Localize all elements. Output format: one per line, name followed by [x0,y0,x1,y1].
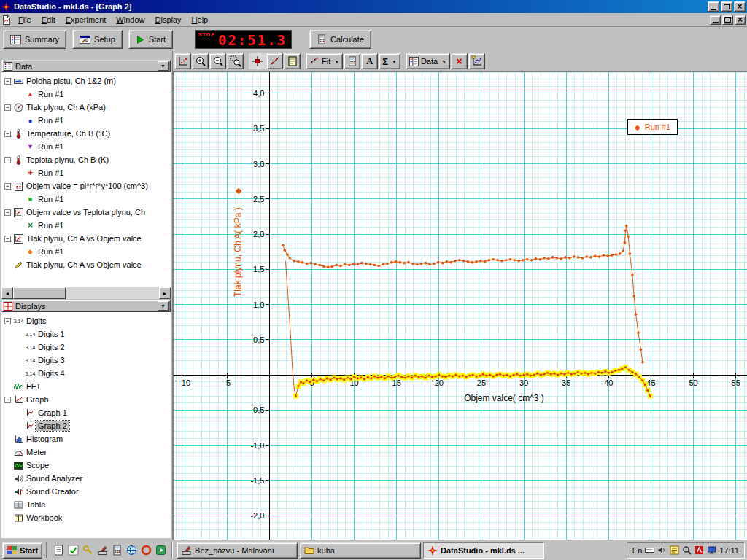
close-button[interactable]: × [734,1,746,12]
collapse-toggle[interactable]: − [4,209,11,216]
quick-launch-notepad-icon[interactable] [51,542,66,559]
tray-volume-icon[interactable] [657,545,667,555]
collapse-toggle[interactable]: − [4,104,11,111]
minimize-button[interactable] [708,1,719,12]
display-tree-item[interactable]: Scope [1,459,171,472]
data-run-item[interactable]: ◆Run #1 [1,245,171,258]
start-menu-button[interactable]: Start [2,542,42,559]
data-run-item[interactable]: +Run #1 [1,166,171,179]
task-button[interactable]: Bez_názvu - Malování [177,542,298,559]
quick-launch-paint-icon[interactable] [95,542,109,559]
scale-to-fit-button[interactable] [174,53,191,69]
text-tool-button[interactable]: A [361,53,378,69]
quick-launch-media-icon[interactable] [153,542,168,559]
tray-schedule-icon[interactable] [670,545,679,555]
data-tree-item[interactable]: −Objem valce vs Teplota plynu, Ch [1,206,171,219]
menu-display[interactable]: Display [150,14,187,26]
delete-button[interactable]: × [451,53,468,69]
zoom-in-button[interactable] [192,53,209,69]
data-dropdown-button[interactable]: Data ▼ [406,53,450,69]
scroll-left-button[interactable]: ◄ [1,287,13,299]
quick-launch-globe-icon[interactable] [124,542,139,559]
menu-file[interactable]: File [13,14,36,26]
keyboard-layout-indicator[interactable]: En [632,546,642,555]
child-restore-button[interactable] [722,15,733,25]
collapse-toggle[interactable]: − [4,236,11,242]
menu-experiment[interactable]: Experiment [61,14,112,26]
collapse-toggle[interactable]: − [4,318,11,324]
legend[interactable]: ◆ Run #1 [627,119,678,135]
graph-canvas[interactable]: -10-55101520253035404550554,03,53,02,52,… [174,72,747,540]
data-panel-header[interactable]: Data ▼ [1,60,171,72]
data-panel-dropdown-button[interactable]: ▼ [158,61,169,71]
tray-magnifier-icon[interactable] [682,545,692,555]
display-run-item[interactable]: 3.14Digits 2 [1,341,171,354]
statistics-dropdown-button[interactable]: Σ ▼ [379,53,400,69]
annotate-button[interactable] [284,53,301,69]
display-tree-item[interactable]: Table [1,498,171,511]
data-tree-item[interactable]: −Tlak plynu, Ch A (kPa) [1,101,171,114]
display-tree-item[interactable]: Histogram [1,432,171,446]
scroll-right-button[interactable]: ► [159,287,171,299]
displays-panel-dropdown-button[interactable]: ▼ [158,301,169,311]
scroll-thumb[interactable] [13,287,66,299]
displays-panel-header[interactable]: Displays ▼ [1,300,171,312]
plot-area[interactable]: -10-55101520253035404550554,03,53,02,52,… [173,71,747,540]
quick-launch-check-icon[interactable] [66,542,80,559]
slope-tool-button[interactable] [266,53,283,69]
collapse-toggle[interactable]: − [4,397,11,403]
display-tree-item[interactable]: Workbook [1,511,171,524]
data-tree-item[interactable]: −Objem valce = pi*r*r*y*100 (cm^3) [1,179,171,192]
data-tree-hscrollbar[interactable]: ◄ ► [1,287,171,299]
start-button[interactable]: Start [128,30,173,49]
collapse-toggle[interactable]: − [4,78,11,85]
summary-button[interactable]: Summary [3,30,66,49]
tray-antivirus-icon[interactable] [694,545,704,555]
task-button[interactable]: kuba [300,542,421,559]
data-run-item[interactable]: ●Run #1 [1,114,171,127]
menu-window[interactable]: Window [111,14,150,26]
menu-help[interactable]: Help [187,14,214,26]
quick-launch-keys-icon[interactable] [80,542,95,559]
collapse-toggle[interactable]: − [4,157,11,163]
data-tree-item[interactable]: −Poloha pistu, Ch 1&2 (m) [1,74,171,88]
series-pressure-trace[interactable] [282,225,643,364]
display-run-item[interactable]: 3.14Digits 3 [1,354,171,367]
scroll-track[interactable] [66,287,159,299]
task-button[interactable]: DataStudio - mkl.ds ... [423,542,544,559]
display-run-item[interactable]: Graph 1 [1,406,171,419]
zoom-out-button[interactable] [209,53,226,69]
data-tree-item[interactable]: −Teplota plynu, Ch B (K) [1,153,171,166]
graph-calculate-button[interactable] [344,53,360,69]
collapse-toggle[interactable]: − [4,183,11,190]
quick-launch-browser-icon[interactable] [139,542,153,559]
collapse-toggle[interactable]: − [4,131,11,137]
display-run-item[interactable]: 3.14Digits 1 [1,327,171,341]
display-run-item[interactable]: Graph 2 [1,419,171,432]
tray-monitor-icon[interactable] [707,545,716,555]
child-close-button[interactable]: × [735,15,746,25]
fit-dropdown-button[interactable]: Fit ▼ [306,53,343,69]
zoom-select-button[interactable] [227,53,244,69]
calculate-button[interactable]: Calculate [309,30,371,49]
smart-tool-button[interactable] [249,53,266,69]
menu-edit[interactable]: Edit [36,14,61,26]
quick-launch-calculator-icon[interactable] [109,542,124,559]
data-run-item[interactable]: ▼Run #1 [1,140,171,153]
display-tree-item[interactable]: −3.14Digits [1,314,171,327]
child-minimize-button[interactable] [710,15,721,25]
data-tree-item[interactable]: −Temperature, Ch B (°C) [1,127,171,140]
data-tree-item[interactable]: Tlak plynu, Ch A vs Objem valce [1,258,171,271]
setup-button[interactable]: Setup [72,30,123,49]
data-run-item[interactable]: ■Run #1 [1,192,171,206]
display-tree-item[interactable]: FFT [1,380,171,393]
series-transition[interactable] [285,261,295,396]
display-tree-item[interactable]: Sound Analyzer [1,472,171,485]
display-tree-item[interactable]: Sound Creator [1,485,171,498]
display-run-item[interactable]: 3.14Digits 4 [1,367,171,380]
display-tree-item[interactable]: Meter [1,446,171,459]
data-tree-item[interactable]: −Tlak plynu, Ch A vs Objem valce [1,232,171,245]
data-run-item[interactable]: ×Run #1 [1,219,171,232]
data-run-item[interactable]: ▲Run #1 [1,88,171,101]
graph-settings-button[interactable] [468,53,485,69]
